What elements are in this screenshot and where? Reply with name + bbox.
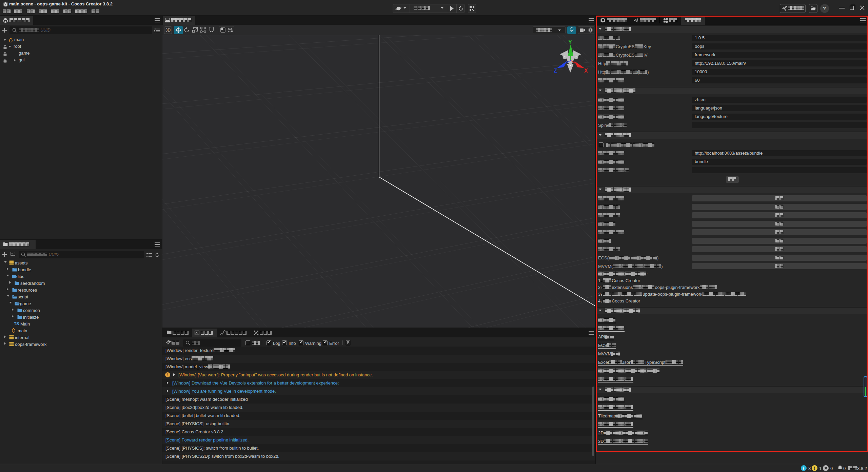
svg-text:Y: Y bbox=[568, 39, 572, 45]
svg-text:Z: Z bbox=[554, 68, 557, 74]
svg-text:X: X bbox=[584, 68, 588, 74]
